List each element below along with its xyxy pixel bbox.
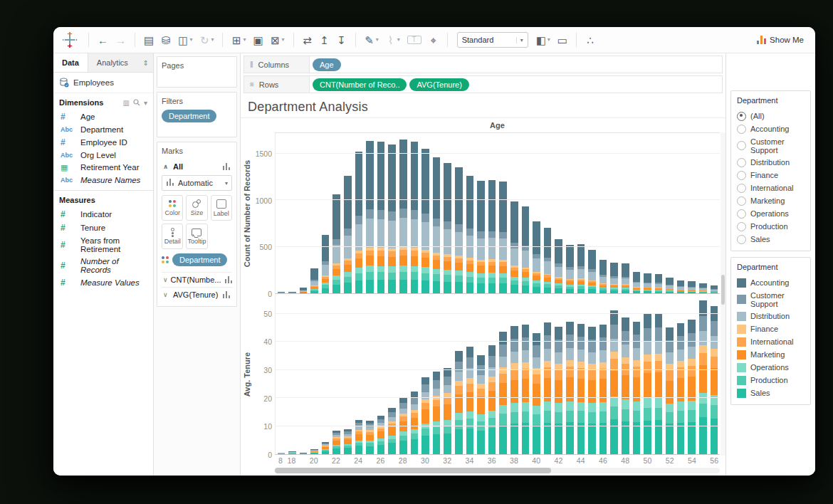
bar-segment-marketing[interactable] [510,380,518,403]
bar-segment-sales[interactable] [399,441,407,454]
bar-segment-customer-support[interactable] [477,231,485,238]
bar-age-54[interactable] [686,294,698,454]
bar-segment-operations[interactable] [510,403,518,412]
bar-age-40[interactable] [531,133,543,293]
bar-age-55[interactable] [698,133,709,293]
bar-segment-operations[interactable] [377,266,385,273]
bar-segment-marketing[interactable] [411,256,419,266]
bar-segment-distribution[interactable] [622,278,629,284]
bar-age-41[interactable] [542,294,553,454]
bar-segment-distribution[interactable] [588,352,596,364]
bar-segment-production[interactable] [499,278,507,283]
bar-segment-operations[interactable] [588,403,596,412]
bar-segment-sales[interactable] [577,423,585,454]
bar-segment-operations[interactable] [644,398,651,408]
bar-segment-international[interactable] [366,251,374,256]
bar-segment-sales[interactable] [310,453,318,454]
bar-segment-international[interactable] [421,253,429,258]
bar-segment-accounting[interactable] [599,260,607,275]
bar-segment-accounting[interactable] [310,268,318,280]
marks-layer-cnt[interactable]: ∨ CNT(Numbe... [162,272,232,287]
bar-segment-sales[interactable] [411,439,419,454]
bar-segment-customer-support[interactable] [366,209,374,219]
bar-segment-accounting[interactable] [488,345,496,356]
bar-segment-production[interactable] [544,411,552,423]
bar-segment-sales[interactable] [588,289,596,293]
vertical-scrollbar[interactable] [721,132,725,456]
bar-segment-sales[interactable] [588,424,596,454]
bar-segment-operations[interactable] [455,413,463,420]
bar-segment-finance[interactable] [622,357,629,364]
radio-icon[interactable] [737,184,746,193]
bar-segment-production[interactable] [599,411,607,423]
new-data-source-icon[interactable]: ⛁ [157,33,174,47]
bar-segment-sales[interactable] [444,434,451,454]
bar-segment-distribution[interactable] [666,352,674,364]
radio-icon[interactable] [737,196,746,206]
bar-segment-accounting[interactable] [544,322,552,336]
marks-layer-avg[interactable]: ∨ AVG(Tenure) [162,287,232,302]
bar-segment-sales[interactable] [388,280,396,293]
bar-segment-sales[interactable] [633,422,641,454]
bar-segment-marketing[interactable] [522,379,530,402]
bar-segment-customer-support[interactable] [399,209,407,218]
bar-age-24[interactable] [353,294,365,454]
bar-segment-accounting[interactable] [399,140,407,209]
bar-segment-sales[interactable] [466,429,474,454]
bar-age-20[interactable] [309,133,320,293]
bar-segment-production[interactable] [655,408,663,421]
bar-segment-finance[interactable] [677,361,685,367]
bar-segment-international[interactable] [666,370,674,380]
bar-segment-distribution[interactable] [522,350,530,362]
bar-segment-operations[interactable] [444,270,451,275]
bar-age-18[interactable] [287,294,298,454]
bar-segment-production[interactable] [444,275,451,281]
bar-age-55[interactable] [698,294,709,454]
bar-segment-operations[interactable] [655,398,663,408]
filter-option-sales[interactable]: Sales [737,233,805,246]
bar-age-52[interactable] [664,294,676,454]
bar-segment-sales[interactable] [455,429,463,454]
bar-segment-marketing[interactable] [421,409,429,424]
mark-type-select[interactable]: Automatic ▾ [162,175,232,191]
sort-descending-icon[interactable]: ↧ [333,33,350,47]
bar-age-31[interactable] [431,294,442,454]
bar-segment-customer-support[interactable] [455,224,463,232]
bar-segment-distribution[interactable] [688,347,696,359]
bar-segment-international[interactable] [522,369,530,379]
bar-segment-sales[interactable] [332,448,340,454]
bar-segment-operations[interactable] [566,401,574,411]
bar-segment-distribution[interactable] [399,409,407,414]
bar-segment-sales[interactable] [310,291,318,293]
bar-segment-production[interactable] [610,406,618,419]
bar-segment-distribution[interactable] [566,348,574,360]
bar-segment-sales[interactable] [322,451,330,454]
bar-segment-marketing[interactable] [677,378,685,401]
field-retirement-year[interactable]: ▦Retirement Year [53,161,153,174]
bar-age-46[interactable] [597,133,609,293]
bar-segment-production[interactable] [510,412,518,424]
pill-age[interactable]: Age [313,58,341,71]
bar-age-49[interactable] [631,294,642,454]
bar-segment-accounting[interactable] [322,235,330,261]
bar-segment-accounting[interactable] [510,201,518,243]
bar-segment-international[interactable] [688,366,696,377]
bar-segment-distribution[interactable] [499,357,507,367]
detail-button[interactable]: Detail [162,224,183,249]
legend-item-sales[interactable]: Sales [737,387,805,399]
bar-age-35[interactable] [476,133,487,293]
bar-segment-international[interactable] [466,384,474,392]
scrollbar-thumb[interactable] [275,468,551,473]
bar-segment-customer-support[interactable] [522,337,530,350]
bar-age-32[interactable] [442,133,454,293]
bar-segment-accounting[interactable] [477,355,485,365]
bar-segment-operations[interactable] [399,266,407,272]
bar-age-47[interactable] [609,294,620,454]
bar-segment-marketing[interactable] [499,383,507,405]
bar-segment-accounting[interactable] [533,333,540,345]
bar-segment-sales[interactable] [711,293,718,293]
bar-segment-distribution[interactable] [555,352,562,364]
bar-age-25[interactable] [365,294,376,454]
bar-segment-operations[interactable] [677,401,685,411]
bar-segment-international[interactable] [355,253,363,258]
